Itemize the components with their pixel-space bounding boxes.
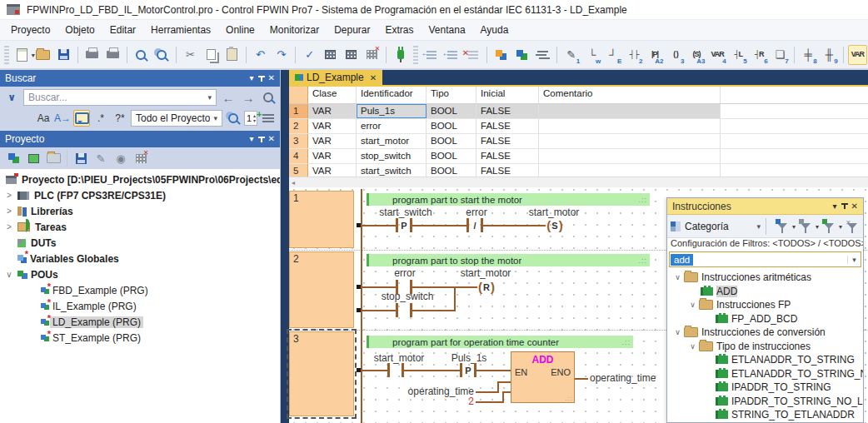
zoom-window-icon[interactable] bbox=[152, 45, 172, 65]
network-1-comment[interactable]: program part to start the motor .:: bbox=[367, 193, 650, 206]
tipo-cell[interactable]: BOOL bbox=[427, 104, 476, 118]
pin-icon[interactable] bbox=[844, 203, 846, 209]
operand-label[interactable]: Puls_1s bbox=[442, 352, 496, 364]
filter-list-button[interactable]: ▾ bbox=[796, 216, 816, 236]
network-3-comment[interactable]: program part for operation time counter … bbox=[367, 336, 633, 348]
comentario-cell[interactable] bbox=[539, 149, 721, 163]
undo-icon[interactable]: ↶ bbox=[251, 45, 270, 65]
chevron-down-icon[interactable]: ▾ bbox=[204, 93, 212, 102]
draw-line-e-icon[interactable]: ┘E bbox=[603, 45, 622, 65]
paste-icon[interactable] bbox=[222, 45, 242, 65]
tree-item-tareas[interactable]: > Tareas bbox=[0, 219, 280, 235]
tree-item-etlanaddr-to-string-no[interactable]: ETLANADDR_TO_STRING_NO bbox=[667, 367, 863, 381]
comentario-cell[interactable] bbox=[539, 119, 721, 133]
chevron-down-icon[interactable]: ∨ bbox=[3, 270, 15, 279]
tree-item-plc[interactable]: > PLC (FP7 CPS3RE/CPS31E) bbox=[0, 187, 280, 203]
panel-menu-icon[interactable]: ▾ bbox=[250, 74, 254, 82]
network-1-number-cell[interactable]: 1 bbox=[289, 191, 354, 248]
menu-ayuda[interactable]: Ayuda bbox=[473, 22, 516, 38]
print-preview-icon[interactable] bbox=[82, 45, 102, 65]
whole-word-button[interactable]: A→ bbox=[54, 110, 71, 127]
tree-item-st-example[interactable]: ST_Example (PRG) bbox=[0, 330, 280, 346]
comentario-cell[interactable] bbox=[539, 104, 721, 118]
comment-search-button[interactable] bbox=[73, 110, 90, 127]
insert-block-icon[interactable] bbox=[512, 45, 531, 65]
header-clase[interactable]: Clase bbox=[308, 87, 357, 103]
panel-menu-icon[interactable]: ▾ bbox=[250, 135, 254, 143]
inicial-cell[interactable]: FALSE bbox=[476, 119, 539, 133]
tree-item-etlanaddr-to-string[interactable]: ETLANADDR_TO_STRING bbox=[667, 353, 863, 367]
panel-menu-icon[interactable]: ▾ bbox=[833, 202, 837, 211]
row-number-cell[interactable]: 1 bbox=[289, 104, 308, 118]
literal-value[interactable]: 2 bbox=[461, 396, 474, 407]
tree-item-fbd-example[interactable]: FBD_Example (PRG) bbox=[0, 282, 280, 298]
cut-icon[interactable]: ✂ bbox=[181, 45, 200, 65]
delete-object-button[interactable] bbox=[132, 149, 150, 167]
inicial-cell[interactable]: FALSE bbox=[476, 134, 539, 148]
justify-v-icon[interactable]: ╫9 bbox=[820, 45, 839, 65]
coil-reset[interactable]: R bbox=[476, 280, 497, 294]
category-button[interactable]: Categoría bbox=[685, 221, 729, 232]
tab-close-icon[interactable]: ✕ bbox=[370, 73, 377, 82]
open-file-icon[interactable] bbox=[33, 45, 52, 65]
network-2-comment[interactable]: program part to stop the motor .:: bbox=[367, 254, 650, 266]
menu-proyecto[interactable]: Proyecto bbox=[3, 22, 57, 38]
contact-rising-edge[interactable]: P bbox=[396, 218, 412, 232]
match-case-button[interactable]: Aa bbox=[35, 110, 52, 127]
chevron-down-icon[interactable]: ∨ bbox=[687, 342, 698, 351]
network-2-number-cell[interactable]: 2 bbox=[289, 251, 354, 328]
clear-filter-button[interactable]: ✕ bbox=[842, 216, 862, 236]
justify-h-icon[interactable]: ╪8 bbox=[799, 45, 818, 65]
align-lines-icon[interactable] bbox=[533, 45, 552, 65]
chevron-down-icon[interactable]: ▾ bbox=[847, 256, 861, 264]
search-back-icon[interactable]: ← bbox=[220, 89, 237, 106]
filter-category-button[interactable]: ▾ bbox=[772, 216, 792, 236]
compile-icon[interactable] bbox=[321, 45, 340, 65]
chevron-right-icon[interactable]: > bbox=[3, 207, 15, 216]
clase-cell[interactable]: VAR bbox=[308, 104, 357, 118]
menu-extras[interactable]: Extras bbox=[378, 22, 422, 38]
contact-normally-open[interactable] bbox=[396, 303, 412, 317]
compile-all-icon[interactable] bbox=[342, 45, 361, 65]
toolbar-grip[interactable] bbox=[413, 46, 418, 64]
search-expand-chevron-icon[interactable]: ∨ bbox=[3, 89, 20, 106]
operand-label[interactable]: error bbox=[381, 267, 429, 279]
menu-ventana[interactable]: Ventana bbox=[422, 22, 473, 38]
close-icon[interactable]: ✕ bbox=[268, 74, 275, 82]
save-icon[interactable] bbox=[54, 45, 73, 65]
menu-herramientas[interactable]: Herramientas bbox=[143, 22, 218, 38]
block-grip[interactable]: .:: bbox=[565, 395, 573, 402]
print-icon[interactable] bbox=[103, 45, 122, 65]
grid-horizontal-scrollbar[interactable]: ◂ bbox=[289, 177, 868, 188]
comment-grip[interactable]: .:: bbox=[638, 196, 650, 204]
search-results-window-icon[interactable] bbox=[225, 110, 242, 127]
tipo-cell[interactable]: BOOL bbox=[427, 134, 476, 148]
search-forward-icon[interactable]: → bbox=[240, 89, 257, 106]
chevron-right-icon[interactable]: > bbox=[3, 222, 15, 231]
input-left-icon[interactable]: ┤L5 bbox=[729, 45, 748, 65]
zoom-icon[interactable] bbox=[132, 45, 151, 65]
menu-online[interactable]: Online bbox=[218, 22, 262, 38]
new-object-button[interactable] bbox=[72, 149, 90, 167]
clase-cell[interactable]: VAR bbox=[308, 119, 357, 133]
coil-set[interactable]: S bbox=[544, 218, 566, 232]
row-number-cell[interactable]: 4 bbox=[289, 149, 308, 163]
add-function-block[interactable]: ADD EN ENO .:: bbox=[511, 351, 575, 403]
panel-splitter[interactable] bbox=[281, 70, 289, 423]
close-icon[interactable]: ✕ bbox=[268, 135, 275, 143]
table-row[interactable]: 3 VAR start_motor BOOL FALSE bbox=[289, 134, 868, 149]
copy-icon[interactable] bbox=[202, 45, 221, 65]
header-comentario[interactable]: Comentario bbox=[539, 87, 721, 103]
search-scope-select[interactable]: Todo el Proyecto ▾ bbox=[131, 110, 222, 127]
tree-item-add[interactable]: ADD bbox=[667, 285, 863, 299]
var-box-icon[interactable]: VAR4 bbox=[708, 45, 727, 65]
tree-item-il-example[interactable]: IL_Example (PRG) bbox=[0, 298, 280, 314]
comment-grip[interactable]: .:: bbox=[621, 338, 633, 346]
input-right-icon[interactable]: ┤R6 bbox=[750, 45, 769, 65]
row-number-cell[interactable]: 2 bbox=[289, 119, 308, 133]
result-window-stepper[interactable]: 1 ▴▾ bbox=[244, 111, 257, 126]
chevron-down-icon[interactable]: ▾ bbox=[753, 222, 761, 231]
var-toggle-icon[interactable]: VAR bbox=[848, 45, 867, 65]
identifier-cell[interactable]: error bbox=[357, 119, 427, 133]
online-edit-in2-icon[interactable] bbox=[442, 45, 461, 65]
